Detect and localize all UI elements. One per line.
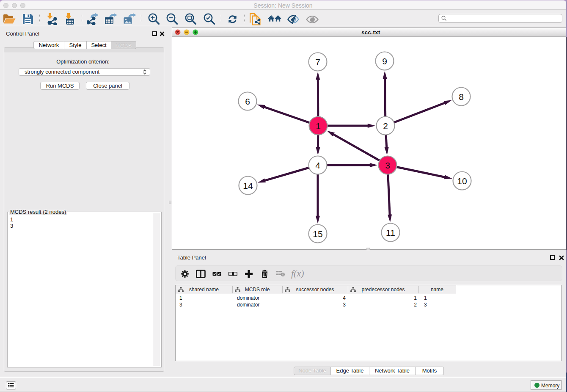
svg-text:1: 1 xyxy=(316,121,321,131)
svg-text:14: 14 xyxy=(243,181,253,190)
svg-text:7: 7 xyxy=(315,57,320,67)
svg-text:10: 10 xyxy=(457,176,467,186)
svg-text:9: 9 xyxy=(382,56,387,66)
svg-text:11: 11 xyxy=(386,228,395,237)
svg-text:3: 3 xyxy=(385,160,390,170)
svg-text:6: 6 xyxy=(245,97,250,106)
svg-text:4: 4 xyxy=(315,160,320,170)
svg-text:2: 2 xyxy=(383,121,388,131)
svg-text:8: 8 xyxy=(459,92,464,102)
svg-text:15: 15 xyxy=(313,229,322,239)
